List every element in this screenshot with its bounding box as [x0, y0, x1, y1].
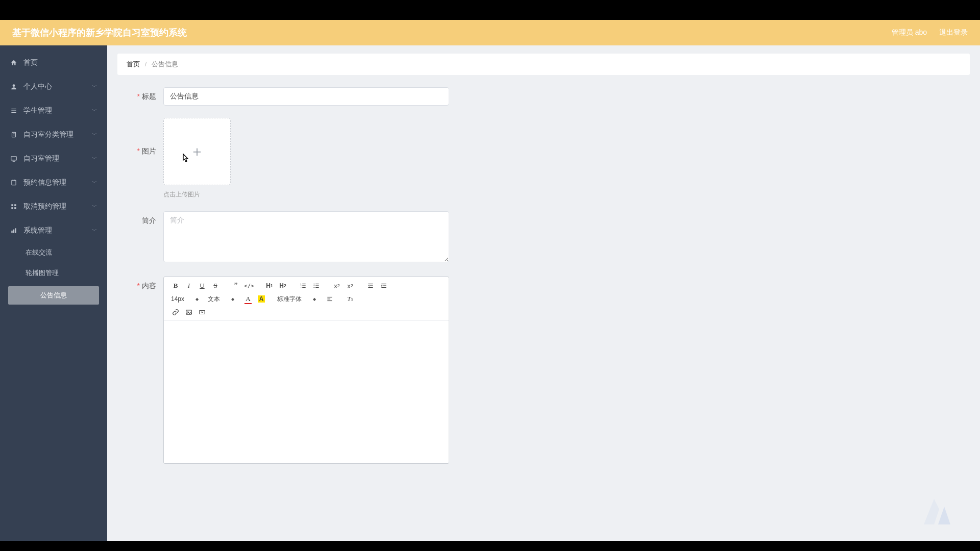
chevron-down-icon: ﹀: [92, 203, 97, 210]
svg-rect-16: [11, 231, 12, 233]
editor-toolbar: B I U S ” </> H1 H2 123: [164, 277, 449, 320]
submenu-item-chat[interactable]: 在线交流: [0, 242, 107, 263]
svg-point-0: [13, 84, 15, 87]
svg-rect-13: [14, 204, 16, 206]
select-caret-icon: ◆: [313, 297, 316, 302]
underline-button[interactable]: U: [195, 280, 209, 291]
strike-button[interactable]: S: [209, 280, 222, 291]
clear-format-button[interactable]: Tx: [344, 293, 357, 305]
submenu-item-notice[interactable]: 公告信息: [8, 286, 99, 305]
font-family-value: 标准字体: [277, 295, 302, 304]
sidebar-item-label: 取消预约管理: [23, 202, 92, 211]
ordered-list-button[interactable]: 123: [297, 280, 310, 291]
quote-button[interactable]: ”: [229, 280, 242, 291]
breadcrumb: 首页 / 公告信息: [117, 54, 970, 75]
svg-point-30: [313, 287, 314, 288]
app-header: 基于微信小程序的新乡学院自习室预约系统 管理员 abo 退出登录: [0, 20, 980, 45]
chevron-down-icon: ﹀: [92, 155, 97, 162]
sidebar-item-label: 学生管理: [23, 106, 92, 115]
monitor-icon: [10, 155, 17, 162]
image-upload-box[interactable]: ＋: [163, 118, 231, 185]
logout-button[interactable]: 退出登录: [939, 28, 968, 37]
main-content: 首页 / 公告信息 标题 图片 ＋: [107, 45, 980, 541]
svg-rect-7: [11, 156, 17, 160]
video-button[interactable]: [195, 307, 209, 318]
breadcrumb-home[interactable]: 首页: [127, 60, 140, 68]
outdent-button[interactable]: [364, 280, 377, 291]
bold-button[interactable]: B: [169, 280, 182, 291]
sidebar-item-cancel-reservation[interactable]: 取消预约管理 ﹀: [0, 194, 107, 218]
svg-point-28: [313, 284, 314, 285]
unordered-list-button[interactable]: [310, 280, 323, 291]
grid-icon: [10, 203, 17, 210]
svg-rect-17: [13, 229, 14, 233]
sidebar-item-label: 系统管理: [23, 226, 92, 235]
intro-textarea[interactable]: [163, 211, 449, 262]
sidebar-item-label: 个人中心: [23, 82, 92, 91]
indent-button[interactable]: [377, 280, 390, 291]
chevron-down-icon: ﹀: [92, 179, 97, 186]
label-image: 图片: [117, 118, 163, 184]
code-button[interactable]: </>: [242, 280, 256, 291]
submenu-item-banner[interactable]: 轮播图管理: [0, 263, 107, 283]
label-title: 标题: [117, 87, 163, 106]
sidebar: 首页 个人中心 ﹀ 学生管理 ﹀ 自习室分类管理: [0, 45, 107, 541]
h1-button[interactable]: H1: [263, 280, 276, 291]
chevron-down-icon: ﹀: [92, 107, 97, 114]
svg-rect-12: [11, 204, 13, 206]
highlight-button[interactable]: A: [255, 293, 268, 305]
chevron-down-icon: ﹀: [92, 83, 97, 90]
list-icon: [10, 107, 17, 114]
sidebar-item-room[interactable]: 自习室管理 ﹀: [0, 146, 107, 170]
svg-rect-9: [12, 180, 16, 185]
italic-button[interactable]: I: [182, 280, 195, 291]
label-content: 内容: [117, 277, 163, 295]
user-label[interactable]: 管理员 abo: [892, 28, 927, 37]
image-button[interactable]: [182, 307, 195, 318]
sidebar-item-home[interactable]: 首页: [0, 51, 107, 74]
editor-body[interactable]: [164, 320, 449, 463]
sidebar-item-label: 自习室管理: [23, 154, 92, 163]
block-type-value: 文本: [208, 295, 220, 304]
clipboard-icon: [10, 131, 17, 138]
h2-button[interactable]: H2: [276, 280, 289, 291]
home-icon: [10, 59, 17, 66]
breadcrumb-separator: /: [145, 60, 147, 68]
title-input[interactable]: [163, 87, 449, 106]
svg-rect-18: [15, 228, 16, 233]
app-title: 基于微信小程序的新乡学院自习室预约系统: [12, 27, 187, 39]
sidebar-item-students[interactable]: 学生管理 ﹀: [0, 98, 107, 122]
svg-rect-14: [11, 207, 13, 209]
select-caret-icon: ◆: [231, 297, 234, 302]
rich-text-editor: B I U S ” </> H1 H2 123: [163, 277, 449, 464]
subscript-button[interactable]: x2: [330, 280, 344, 291]
user-icon: [10, 83, 17, 90]
sidebar-item-label: 自习室分类管理: [23, 130, 92, 139]
sidebar-item-profile[interactable]: 个人中心 ﹀: [0, 74, 107, 98]
block-type-select[interactable]: 文本 ◆: [206, 293, 236, 305]
chevron-down-icon: ﹀: [92, 131, 97, 138]
sidebar-item-label: 预约信息管理: [23, 178, 92, 187]
select-caret-icon: ◆: [195, 297, 199, 302]
sidebar-item-label: 首页: [23, 58, 97, 67]
cursor-icon: [181, 153, 189, 165]
superscript-button[interactable]: x2: [344, 280, 357, 291]
svg-marker-43: [202, 311, 204, 313]
align-button[interactable]: [323, 293, 336, 305]
svg-text:3: 3: [300, 286, 302, 289]
text-color-button[interactable]: A: [241, 293, 255, 305]
bar-chart-icon: [10, 227, 17, 234]
reservation-icon: [10, 179, 17, 186]
upload-hint: 点击上传图片: [163, 190, 231, 199]
chevron-down-icon: ﹀: [92, 227, 97, 234]
link-button[interactable]: [169, 307, 182, 318]
sidebar-item-system[interactable]: 系统管理 ﹀: [0, 218, 107, 242]
breadcrumb-current: 公告信息: [152, 60, 178, 68]
svg-rect-15: [14, 207, 16, 209]
font-family-select[interactable]: 标准字体 ◆: [275, 293, 318, 305]
font-size-select[interactable]: 14px ◆: [169, 293, 201, 305]
plus-icon: ＋: [190, 144, 204, 159]
svg-point-29: [313, 285, 314, 286]
sidebar-item-room-category[interactable]: 自习室分类管理 ﹀: [0, 122, 107, 146]
sidebar-item-reservation[interactable]: 预约信息管理 ﹀: [0, 170, 107, 194]
